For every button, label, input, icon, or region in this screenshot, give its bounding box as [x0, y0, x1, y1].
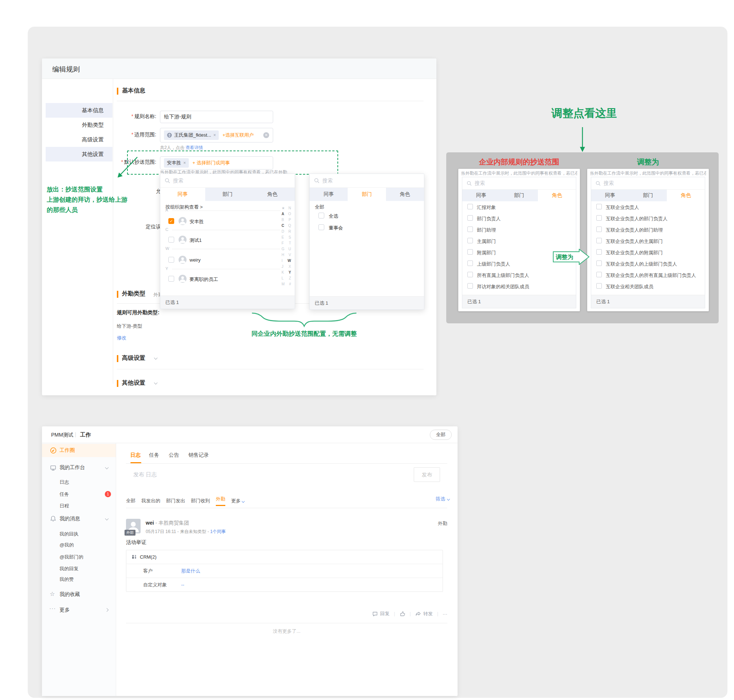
role-checkbox[interactable]: [596, 238, 602, 243]
role-checkbox[interactable]: [596, 249, 602, 254]
role-label[interactable]: 汇报对象: [477, 204, 496, 211]
tab-role[interactable]: 角色: [538, 190, 576, 201]
select-all-checkbox[interactable]: [319, 213, 324, 219]
role-checkbox[interactable]: [467, 283, 473, 289]
publish-input[interactable]: 发布 日志: [133, 471, 157, 478]
alpha-index[interactable]: KY: [282, 271, 291, 274]
alpha-index[interactable]: HV: [282, 253, 291, 257]
role-label[interactable]: 互联企业负责人的部门助理: [606, 227, 663, 234]
role-label[interactable]: 互联企业负责人的上级部门负责人: [606, 261, 677, 268]
like-button[interactable]: [399, 611, 405, 617]
filter-dept-sent[interactable]: 部门发出: [166, 498, 185, 504]
role-checkbox[interactable]: [467, 215, 473, 221]
sidebar-item-more[interactable]: ··· 更多: [42, 604, 116, 617]
sidebar-item-at-my-dept[interactable]: @我部门的: [42, 552, 116, 562]
role-checkbox[interactable]: [596, 283, 602, 289]
colleague-count-link[interactable]: 1个同事: [210, 529, 226, 534]
alpha-index[interactable]: LZ: [282, 276, 291, 280]
sidebar-item-workbench[interactable]: 我的工作台: [42, 461, 116, 474]
role-label[interactable]: 部门助理: [477, 227, 496, 234]
alpha-index[interactable]: AO: [282, 212, 291, 216]
crm-row-value-link[interactable]: 那是什么: [181, 568, 200, 574]
alpha-index[interactable]: DR: [282, 229, 291, 234]
remove-tag-icon[interactable]: ×: [213, 132, 216, 138]
option-label[interactable]: 全选: [329, 213, 338, 219]
role-checkbox[interactable]: [467, 238, 473, 243]
role-checkbox[interactable]: [467, 249, 473, 254]
add-interconnect-user-link[interactable]: +选择互联用户: [222, 132, 254, 138]
role-label[interactable]: 互联企业负责人: [606, 204, 639, 211]
filter-all[interactable]: 全部: [126, 498, 135, 504]
person-checkbox[interactable]: [168, 276, 174, 282]
tab-role[interactable]: 角色: [667, 190, 705, 201]
search-input[interactable]: 搜索: [462, 177, 576, 190]
role-checkbox[interactable]: [467, 204, 473, 209]
role-label[interactable]: 拜访对象的相关团队成员: [477, 284, 529, 290]
person-name[interactable]: 安丰胜: [189, 219, 204, 225]
filter-more[interactable]: 更多: [231, 498, 244, 504]
alpha-index[interactable]: FT: [282, 241, 291, 245]
filter-button[interactable]: 筛选: [436, 496, 449, 502]
alpha-index[interactable]: BP: [282, 218, 291, 222]
alpha-index[interactable]: M#: [282, 282, 291, 286]
alpha-index[interactable]: GU: [282, 247, 291, 251]
role-label[interactable]: 互联企业负责人的主属部门: [606, 238, 663, 245]
view-by-org-link[interactable]: 按组织架构查看 >: [166, 204, 203, 210]
alpha-index[interactable]: ★N: [282, 206, 291, 210]
role-label[interactable]: 上级部门负责人: [477, 261, 510, 268]
tab-announcement[interactable]: 公告: [169, 452, 179, 459]
person-name[interactable]: weiry: [189, 257, 201, 263]
chevron-down-icon[interactable]: [154, 356, 158, 360]
nav-item-field-type[interactable]: 外勤类型: [46, 118, 113, 132]
role-checkbox[interactable]: [596, 260, 602, 266]
alpha-index[interactable]: ES: [282, 235, 291, 239]
sidebar-item-log[interactable]: 日志: [42, 477, 116, 487]
filter-dept-received[interactable]: 部门收到: [191, 498, 210, 504]
role-label[interactable]: 互联企业负责人的部门负责人: [606, 216, 668, 222]
tab-colleague[interactable]: 同事: [310, 188, 348, 201]
role-label[interactable]: 所有直属上级部门负责人: [477, 272, 529, 279]
sidebar-item-schedule[interactable]: 日程: [42, 501, 116, 511]
role-checkbox[interactable]: [467, 260, 473, 266]
sidebar-item-my-messages[interactable]: 我的消息: [42, 512, 116, 525]
role-label[interactable]: 主属部门: [477, 238, 496, 245]
forward-button[interactable]: 转发: [415, 610, 433, 617]
modify-link[interactable]: 修改: [117, 335, 126, 341]
alpha-index[interactable]: JX: [282, 265, 291, 269]
sidebar-item-at-me[interactable]: @我的: [42, 540, 116, 550]
role-checkbox[interactable]: [596, 272, 602, 277]
search-input[interactable]: 搜索: [160, 174, 295, 188]
tab-role[interactable]: 角色: [250, 188, 295, 201]
role-label[interactable]: 部门负责人: [477, 216, 501, 222]
tab-sales-record[interactable]: 销售记录: [188, 452, 209, 459]
crm-card-header[interactable]: CRM(2): [126, 550, 443, 564]
person-checkbox[interactable]: [168, 257, 174, 263]
person-name[interactable]: 测试1: [189, 237, 201, 244]
role-label[interactable]: 互联企业相关团队成员: [606, 284, 653, 290]
role-checkbox[interactable]: [467, 272, 473, 277]
scope-tag[interactable]: 王氏集团_fktest... ×: [164, 131, 219, 140]
role-label[interactable]: 互联企业负责人的所有直属上级部门负责人: [606, 272, 696, 279]
person-checkbox[interactable]: ✓: [168, 218, 174, 224]
more-actions-button[interactable]: ···: [443, 611, 447, 617]
role-checkbox[interactable]: [596, 204, 602, 209]
all-scope-button[interactable]: 全部: [430, 429, 452, 440]
board-checkbox[interactable]: [319, 224, 324, 230]
tab-colleague[interactable]: 同事: [462, 190, 500, 201]
publish-button[interactable]: 发布: [414, 467, 440, 482]
filter-sent-by-me[interactable]: 我发出的: [141, 498, 160, 504]
sidebar-item-my-replies[interactable]: 我的回复: [42, 564, 116, 574]
option-label[interactable]: 董事会: [329, 225, 343, 231]
tab-role[interactable]: 角色: [386, 188, 424, 201]
role-checkbox[interactable]: [596, 215, 602, 221]
tab-task[interactable]: 任务: [149, 452, 159, 459]
role-label[interactable]: 互联企业负责人的附属部门: [606, 250, 663, 256]
feed-author[interactable]: wei: [146, 520, 154, 526]
tab-department[interactable]: 部门: [629, 190, 667, 201]
tab-colleague[interactable]: 同事: [591, 190, 629, 201]
sidebar-item-my-likes[interactable]: 我的赞: [42, 574, 116, 585]
crm-row-value-link[interactable]: --: [181, 582, 184, 588]
role-checkbox[interactable]: [596, 226, 602, 232]
tab-department[interactable]: 部门: [205, 188, 250, 201]
scope-select[interactable]: 王氏集团_fktest... × +选择互联用户 ✕: [160, 128, 273, 143]
